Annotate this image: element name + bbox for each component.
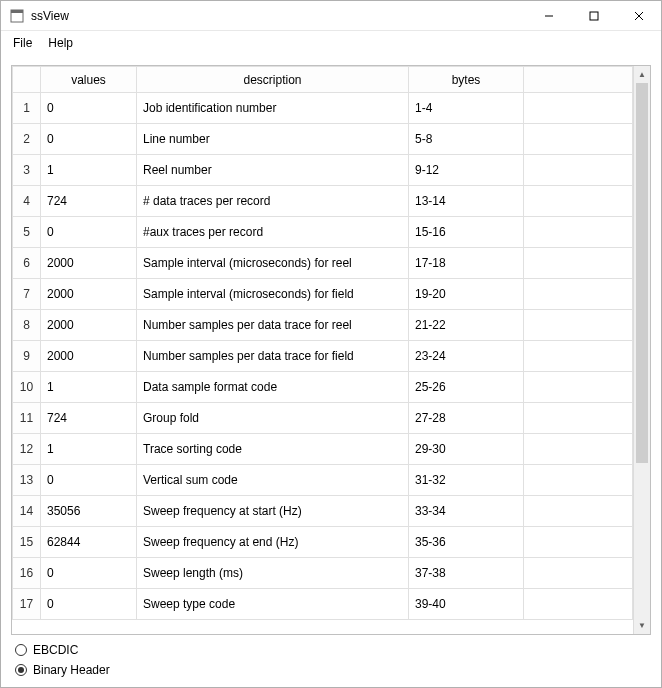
cell-description[interactable]: Job identification number — [137, 93, 409, 124]
vertical-scrollbar[interactable]: ▲ ▼ — [633, 66, 650, 634]
cell-description[interactable]: Sweep type code — [137, 589, 409, 620]
table-row[interactable]: 82000Number samples per data trace for r… — [13, 310, 633, 341]
cell-description[interactable]: Reel number — [137, 155, 409, 186]
app-icon — [9, 8, 25, 24]
menu-help[interactable]: Help — [40, 33, 81, 53]
cell-bytes[interactable]: 33-34 — [409, 496, 524, 527]
cell-bytes[interactable]: 27-28 — [409, 403, 524, 434]
cell-value[interactable]: 0 — [41, 93, 137, 124]
close-button[interactable] — [616, 1, 661, 30]
table-row[interactable]: 31Reel number9-12 — [13, 155, 633, 186]
table-row[interactable]: 160Sweep length (ms)37-38 — [13, 558, 633, 589]
cell-spacer — [524, 310, 633, 341]
cell-value[interactable]: 0 — [41, 558, 137, 589]
cell-value[interactable]: 0 — [41, 124, 137, 155]
cell-description[interactable]: # data traces per record — [137, 186, 409, 217]
table-row[interactable]: 1435056Sweep frequency at start (Hz)33-3… — [13, 496, 633, 527]
cell-value[interactable]: 2000 — [41, 341, 137, 372]
table-row[interactable]: 121Trace sorting code29-30 — [13, 434, 633, 465]
cell-spacer — [524, 496, 633, 527]
col-header-description[interactable]: description — [137, 67, 409, 93]
row-number: 9 — [13, 341, 41, 372]
table-row[interactable]: 1562844Sweep frequency at end (Hz)35-36 — [13, 527, 633, 558]
cell-description[interactable]: Vertical sum code — [137, 465, 409, 496]
table-row[interactable]: 101Data sample format code25-26 — [13, 372, 633, 403]
cell-value[interactable]: 2000 — [41, 279, 137, 310]
cell-bytes[interactable]: 5-8 — [409, 124, 524, 155]
cell-value[interactable]: 2000 — [41, 248, 137, 279]
cell-value[interactable]: 62844 — [41, 527, 137, 558]
table-row[interactable]: 170Sweep type code39-40 — [13, 589, 633, 620]
cell-value[interactable]: 724 — [41, 403, 137, 434]
cell-description[interactable]: Sweep frequency at end (Hz) — [137, 527, 409, 558]
table-row[interactable]: 10Job identification number1-4 — [13, 93, 633, 124]
col-header-bytes[interactable]: bytes — [409, 67, 524, 93]
cell-bytes[interactable]: 21-22 — [409, 310, 524, 341]
cell-description[interactable]: Data sample format code — [137, 372, 409, 403]
table-row[interactable]: 72000Sample interval (microseconds) for … — [13, 279, 633, 310]
cell-bytes[interactable]: 25-26 — [409, 372, 524, 403]
radio-ebcdic[interactable]: EBCDIC — [15, 643, 647, 657]
cell-bytes[interactable]: 19-20 — [409, 279, 524, 310]
content-area: values description bytes 10Job identific… — [1, 55, 661, 687]
scrollbar-thumb[interactable] — [636, 83, 648, 463]
table-row[interactable]: 4724# data traces per record13-14 — [13, 186, 633, 217]
radio-ebcdic-label: EBCDIC — [33, 643, 78, 657]
cell-bytes[interactable]: 1-4 — [409, 93, 524, 124]
minimize-button[interactable] — [526, 1, 571, 30]
row-number: 1 — [13, 93, 41, 124]
menubar: File Help — [1, 31, 661, 55]
cell-bytes[interactable]: 35-36 — [409, 527, 524, 558]
cell-description[interactable]: Number samples per data trace for field — [137, 341, 409, 372]
cell-bytes[interactable]: 37-38 — [409, 558, 524, 589]
cell-bytes[interactable]: 15-16 — [409, 217, 524, 248]
svg-rect-3 — [590, 12, 598, 20]
table-row[interactable]: 130Vertical sum code31-32 — [13, 465, 633, 496]
cell-bytes[interactable]: 9-12 — [409, 155, 524, 186]
table-row[interactable]: 20Line number5-8 — [13, 124, 633, 155]
cell-description[interactable]: Sample interval (microseconds) for reel — [137, 248, 409, 279]
cell-value[interactable]: 724 — [41, 186, 137, 217]
cell-description[interactable]: Trace sorting code — [137, 434, 409, 465]
cell-value[interactable]: 0 — [41, 589, 137, 620]
radio-icon — [15, 664, 27, 676]
col-header-values[interactable]: values — [41, 67, 137, 93]
cell-value[interactable]: 1 — [41, 155, 137, 186]
table-row[interactable]: 62000Sample interval (microseconds) for … — [13, 248, 633, 279]
scroll-up-icon[interactable]: ▲ — [634, 66, 650, 83]
cell-value[interactable]: 35056 — [41, 496, 137, 527]
cell-description[interactable]: Sweep length (ms) — [137, 558, 409, 589]
cell-value[interactable]: 1 — [41, 434, 137, 465]
cell-value[interactable]: 0 — [41, 217, 137, 248]
cell-description[interactable]: Group fold — [137, 403, 409, 434]
cell-description[interactable]: Sweep frequency at start (Hz) — [137, 496, 409, 527]
menu-file[interactable]: File — [5, 33, 40, 53]
cell-spacer — [524, 589, 633, 620]
cell-bytes[interactable]: 31-32 — [409, 465, 524, 496]
cell-description[interactable]: Sample interval (microseconds) for field — [137, 279, 409, 310]
maximize-button[interactable] — [571, 1, 616, 30]
table-row[interactable]: 11724Group fold27-28 — [13, 403, 633, 434]
table-row[interactable]: 92000Number samples per data trace for f… — [13, 341, 633, 372]
cell-value[interactable]: 0 — [41, 465, 137, 496]
view-mode-group: EBCDIC Binary Header — [11, 635, 651, 681]
cell-bytes[interactable]: 13-14 — [409, 186, 524, 217]
cell-bytes[interactable]: 29-30 — [409, 434, 524, 465]
cell-spacer — [524, 403, 633, 434]
cell-description[interactable]: Line number — [137, 124, 409, 155]
scroll-down-icon[interactable]: ▼ — [634, 617, 650, 634]
window-title: ssView — [31, 9, 69, 23]
col-header-rownum[interactable] — [13, 67, 41, 93]
cell-bytes[interactable]: 23-24 — [409, 341, 524, 372]
cell-value[interactable]: 2000 — [41, 310, 137, 341]
cell-spacer — [524, 124, 633, 155]
cell-bytes[interactable]: 39-40 — [409, 589, 524, 620]
table-row[interactable]: 50#aux traces per record15-16 — [13, 217, 633, 248]
cell-description[interactable]: Number samples per data trace for reel — [137, 310, 409, 341]
row-number: 8 — [13, 310, 41, 341]
cell-bytes[interactable]: 17-18 — [409, 248, 524, 279]
cell-spacer — [524, 279, 633, 310]
radio-binary-header[interactable]: Binary Header — [15, 663, 647, 677]
cell-value[interactable]: 1 — [41, 372, 137, 403]
cell-description[interactable]: #aux traces per record — [137, 217, 409, 248]
